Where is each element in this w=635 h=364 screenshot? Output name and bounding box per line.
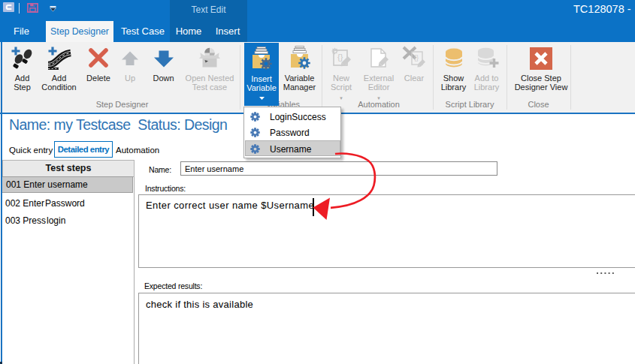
svg-text:{}: {} (337, 53, 343, 62)
svg-text:{}: {} (414, 54, 419, 62)
